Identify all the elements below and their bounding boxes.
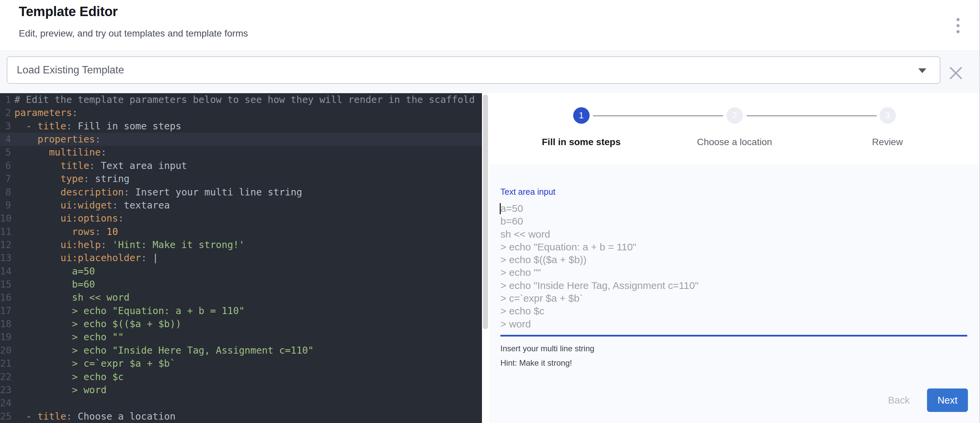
editor-line-17: 17 > echo "Equation: a + b = 110" — [0, 304, 482, 317]
load-template-toolbar: Load Existing Template — [0, 51, 980, 93]
editor-scrollbar-thumb[interactable] — [483, 95, 488, 329]
load-template-placeholder: Load Existing Template — [17, 64, 124, 76]
textarea-line: > echo "Equation: a + b = 110" — [500, 241, 967, 253]
line-number: 8 — [0, 186, 11, 199]
editor-line-14: 14 a=50 — [0, 265, 482, 278]
textarea-focus-underline — [500, 335, 967, 336]
line-number: 21 — [0, 357, 11, 370]
editor-line-12: 12 ui:help: 'Hint: Make it strong!' — [0, 238, 482, 251]
line-number: 19 — [0, 331, 11, 344]
textarea-line: > echo $c — [500, 305, 967, 317]
textarea-line: b=60 — [500, 215, 967, 228]
stepper-connector — [746, 115, 877, 116]
line-code: title: Text area input — [14, 159, 187, 172]
stepper-step-circle-2: 2 — [727, 107, 743, 124]
line-code: description: Insert your multi line stri… — [14, 186, 302, 199]
line-number: 20 — [0, 344, 11, 357]
line-number: 12 — [0, 238, 11, 251]
line-code: parameters: — [14, 106, 78, 119]
editor-line-18: 18 > echo $(($a + $b)) — [0, 317, 482, 331]
next-button[interactable]: Next — [927, 388, 968, 412]
editor-line-16: 16 sh << word — [0, 291, 482, 304]
line-number: 25 — [0, 410, 11, 423]
line-code: a=50 — [14, 265, 95, 278]
close-icon — [947, 64, 964, 82]
editor-line-22: 22 > echo $c — [0, 371, 482, 383]
chevron-down-icon — [918, 68, 926, 73]
line-code: > echo $(($a + $b)) — [14, 317, 181, 331]
line-code: properties: — [14, 133, 100, 146]
editor-line-25: 25 - title: Choose a location — [0, 410, 482, 423]
editor-line-3: 3 - title: Fill in some steps — [0, 120, 482, 133]
text-cursor — [500, 203, 501, 214]
field-hint-text: Hint: Make it strong! — [500, 358, 572, 368]
line-number: 9 — [0, 199, 11, 212]
line-code: b=60 — [14, 278, 95, 291]
kebab-dot — [956, 24, 959, 27]
textarea-line: a=50 — [500, 202, 967, 215]
line-code: sh << word — [14, 291, 129, 304]
editor-scrollbar-track — [482, 93, 489, 423]
editor-line-19: 19 > echo "" — [0, 331, 482, 344]
line-number: 18 — [0, 317, 11, 331]
line-number: 2 — [0, 106, 11, 119]
line-code: ui:help: 'Hint: Make it strong!' — [14, 238, 245, 251]
editor-line-21: 21 > c=`expr $a + $b` — [0, 357, 482, 370]
line-code: # Edit the template parameters below to … — [14, 93, 475, 106]
line-number: 10 — [0, 212, 11, 225]
line-code: > echo "" — [14, 331, 124, 344]
editor-lines: 1# Edit the template parameters below to… — [0, 93, 482, 423]
stepper-step-label-2: Choose a location — [651, 137, 818, 147]
line-number: 15 — [0, 278, 11, 291]
textarea-line: > c=`expr $a + $b` — [500, 292, 967, 305]
stepper-step-circle-1: 1 — [573, 107, 590, 124]
line-number: 22 — [0, 371, 11, 383]
textarea-input[interactable]: a=50b=60sh << word> echo "Equation: a + … — [500, 202, 967, 331]
field-helper-text: Insert your multi line string — [500, 344, 594, 353]
textarea-line: > echo "Inside Here Tag, Assignment c=11… — [500, 279, 967, 292]
kebab-dot — [956, 30, 959, 33]
line-number: 6 — [0, 159, 11, 172]
editor-line-9: 9 ui:widget: textarea — [0, 199, 482, 212]
editor-line-13: 13 ui:placeholder: | — [0, 251, 482, 265]
line-number: 17 — [0, 304, 11, 317]
stepper-step-label-1: Fill in some steps — [497, 137, 665, 147]
page-header: Template Editor Edit, preview, and try o… — [0, 0, 980, 51]
line-number: 11 — [0, 225, 11, 238]
load-template-select[interactable]: Load Existing Template — [7, 56, 940, 84]
line-code: > echo $c — [14, 371, 124, 383]
page-subtitle: Edit, preview, and try out templates and… — [19, 28, 248, 39]
line-code: ui:widget: textarea — [14, 199, 170, 212]
editor-line-11: 11 rows: 10 — [0, 225, 482, 238]
back-button[interactable]: Back — [874, 390, 924, 411]
template-editor-page: Template Editor Edit, preview, and try o… — [0, 0, 980, 423]
textarea-field-label: Text area input — [500, 187, 555, 197]
line-code: multiline: — [14, 146, 107, 159]
kebab-menu-button[interactable] — [950, 13, 966, 38]
yaml-code-editor[interactable]: 1# Edit the template parameters below to… — [0, 93, 489, 423]
line-number: 1 — [0, 93, 11, 106]
textarea-line: > word — [500, 318, 967, 331]
line-number: 4 — [0, 133, 11, 146]
line-number: 16 — [0, 291, 11, 304]
line-number: 14 — [0, 265, 11, 278]
clear-template-button[interactable] — [947, 64, 964, 82]
line-code: - title: Fill in some steps — [14, 120, 181, 133]
editor-line-8: 8 description: Insert your multi line st… — [0, 186, 482, 199]
editor-line-24: 24 — [0, 396, 482, 410]
line-number: 24 — [0, 396, 11, 410]
line-code: rows: 10 — [14, 225, 118, 238]
editor-line-15: 15 b=60 — [0, 278, 482, 291]
textarea-line: > echo $(($a + $b)) — [500, 253, 967, 266]
textarea-line: sh << word — [500, 228, 967, 241]
line-number: 3 — [0, 120, 11, 133]
stepper-step-circle-3: 3 — [880, 107, 896, 124]
page-title: Template Editor — [19, 4, 118, 19]
line-code: ui:options: — [14, 212, 124, 225]
stepper-step-label-3: Review — [803, 137, 971, 147]
editor-line-20: 20 > echo "Inside Here Tag, Assignment c… — [0, 344, 482, 357]
editor-line-7: 7 type: string — [0, 172, 482, 185]
editor-line-2: 2parameters: — [0, 106, 482, 119]
line-code: > echo "Inside Here Tag, Assignment c=11… — [14, 344, 313, 357]
line-code: - title: Choose a location — [14, 410, 175, 423]
